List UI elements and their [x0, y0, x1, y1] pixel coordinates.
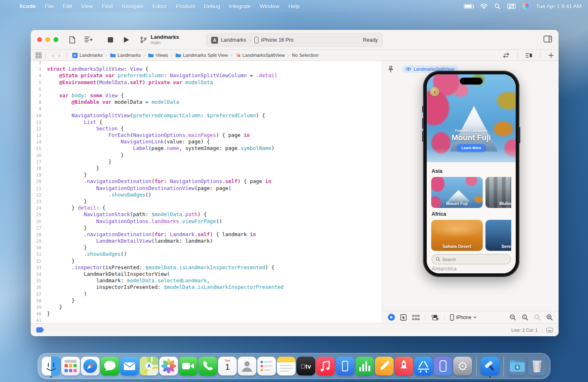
- editor-layout-icon[interactable]: [526, 53, 532, 58]
- dock-photos-icon[interactable]: [159, 357, 178, 375]
- breadcrumb-item[interactable]: No Selection: [292, 53, 318, 58]
- live-preview-mode-button[interactable]: [388, 314, 395, 321]
- zoom-window-button[interactable]: [53, 37, 58, 42]
- dock-safari-icon[interactable]: [81, 357, 100, 375]
- scheme-block[interactable]: Landmarks main: [140, 34, 179, 45]
- landmark-card[interactable]: Wulingyuan: [486, 177, 511, 208]
- line-number[interactable]: 15: [31, 145, 41, 152]
- line-number[interactable]: 38: [31, 297, 41, 304]
- menu-item-navigate[interactable]: Navigate: [117, 3, 148, 9]
- menu-item-file[interactable]: File: [40, 3, 58, 9]
- dock-phone-icon[interactable]: [198, 357, 217, 375]
- line-number[interactable]: 36: [31, 284, 41, 290]
- menu-bar-clock[interactable]: Tue Apr 1 9:41 AM: [536, 3, 581, 9]
- zoom-out-icon[interactable]: [510, 314, 516, 321]
- source-editor[interactable]: 23struct LandmarksSplitView: View {4@Sta…: [31, 61, 382, 323]
- dock-finder-icon[interactable]: [42, 357, 60, 375]
- line-number[interactable]: 28: [31, 231, 41, 238]
- dock-launchpad-icon[interactable]: [61, 357, 80, 375]
- breadcrumb-item[interactable]: Views: [148, 53, 168, 58]
- device-settings-button[interactable]: [431, 315, 439, 320]
- line-number[interactable]: 10: [31, 112, 41, 119]
- line-number[interactable]: 3: [31, 66, 41, 72]
- line-number[interactable]: 8: [31, 99, 41, 105]
- line-number[interactable]: 11: [31, 119, 41, 125]
- minimize-window-button[interactable]: [45, 37, 50, 42]
- dock-xcode-icon[interactable]: [481, 357, 499, 375]
- menu-item-help[interactable]: Help: [284, 3, 304, 9]
- dock-rocket-icon[interactable]: [394, 357, 413, 375]
- breakpoint-indicator[interactable]: [36, 327, 44, 333]
- minimap-toggle-icon[interactable]: [546, 328, 553, 333]
- menu-item-find[interactable]: Find: [98, 3, 117, 9]
- swap-editor-icon[interactable]: [503, 53, 510, 58]
- add-editor-icon[interactable]: [548, 53, 554, 58]
- dock-messages-icon[interactable]: [100, 357, 119, 375]
- line-number[interactable]: 32: [31, 258, 41, 264]
- stop-button[interactable]: [107, 37, 114, 43]
- menu-item-debug[interactable]: Debug: [199, 3, 225, 9]
- selectable-mode-button[interactable]: [400, 314, 407, 321]
- run-destination[interactable]: iPhone 16 Pro: [261, 37, 294, 43]
- line-number[interactable]: 30: [31, 244, 41, 251]
- dock-iphone-mirroring-icon[interactable]: [434, 357, 452, 375]
- menu-item-product[interactable]: Product: [171, 3, 199, 9]
- dock-pencil-icon[interactable]: [375, 357, 394, 375]
- dock-maps-icon[interactable]: [140, 357, 158, 375]
- dock-notes-icon[interactable]: [277, 357, 296, 375]
- line-number[interactable]: 22: [31, 192, 41, 198]
- dock-bar-chart-icon[interactable]: [355, 357, 374, 375]
- line-number[interactable]: 9: [31, 105, 41, 112]
- battery-icon[interactable]: [464, 4, 473, 9]
- dock-device-icon[interactable]: [336, 357, 354, 375]
- line-number[interactable]: 5: [31, 79, 41, 86]
- line-number[interactable]: 39: [31, 304, 41, 311]
- dock-downloads-icon[interactable]: [508, 357, 527, 375]
- line-number[interactable]: 19: [31, 172, 41, 178]
- dock-calendar-icon[interactable]: Tue1: [218, 357, 237, 375]
- back-button[interactable]: ‹: [49, 52, 56, 58]
- line-number[interactable]: 26: [31, 218, 41, 225]
- spotlight-search-icon[interactable]: [494, 3, 500, 9]
- dock-reminders-icon[interactable]: [257, 357, 276, 375]
- landmark-card[interactable]: Serengeti: [486, 220, 511, 251]
- dock-contacts-icon[interactable]: [238, 357, 256, 375]
- zoom-fit-icon[interactable]: [534, 314, 541, 321]
- line-number[interactable]: 20: [31, 178, 41, 185]
- line-number[interactable]: 34: [31, 271, 41, 277]
- inspector-toggle-icon[interactable]: [543, 36, 552, 42]
- close-window-button[interactable]: [37, 37, 42, 42]
- search-bar[interactable]: Search: [432, 254, 511, 264]
- menu-item-integrate[interactable]: Integrate: [225, 3, 255, 9]
- pin-icon[interactable]: [388, 66, 394, 73]
- landmark-card[interactable]: Sahara Desert: [431, 220, 483, 251]
- line-number[interactable]: 17: [31, 159, 41, 165]
- line-number[interactable]: 24: [31, 205, 41, 211]
- wifi-icon[interactable]: [480, 4, 488, 9]
- line-number[interactable]: 33: [31, 264, 41, 271]
- learn-more-button[interactable]: Learn More: [457, 144, 486, 152]
- line-number[interactable]: 29: [31, 238, 41, 244]
- run-button[interactable]: [123, 36, 129, 43]
- line-number[interactable]: 4: [31, 72, 41, 79]
- line-number[interactable]: 7: [31, 92, 41, 99]
- dock-trash-icon[interactable]: [528, 357, 546, 375]
- preview-device-picker[interactable]: iPhone: [450, 314, 477, 321]
- breadcrumb-item[interactable]: Landmarks: [110, 53, 141, 58]
- line-number[interactable]: 13: [31, 132, 41, 139]
- line-number[interactable]: 12: [31, 125, 41, 132]
- dock-facetime-icon[interactable]: [179, 357, 198, 375]
- breadcrumb-item[interactable]: LandmarksSplitView: [235, 53, 285, 58]
- line-number[interactable]: 23: [31, 198, 41, 205]
- siri-icon[interactable]: [523, 3, 529, 9]
- dock-mail-icon[interactable]: [120, 357, 139, 375]
- line-number[interactable]: 31: [31, 251, 41, 257]
- line-number[interactable]: 6: [31, 86, 41, 92]
- line-number[interactable]: 14: [31, 139, 41, 145]
- menu-item-edit[interactable]: Edit: [58, 3, 76, 9]
- breadcrumb-item[interactable]: Landmarks Split View: [175, 53, 228, 58]
- line-number[interactable]: 27: [31, 225, 41, 231]
- dock-app-store-icon[interactable]: [414, 357, 433, 375]
- control-center-icon[interactable]: [507, 4, 516, 9]
- dock-settings-icon[interactable]: ⚙: [453, 357, 472, 375]
